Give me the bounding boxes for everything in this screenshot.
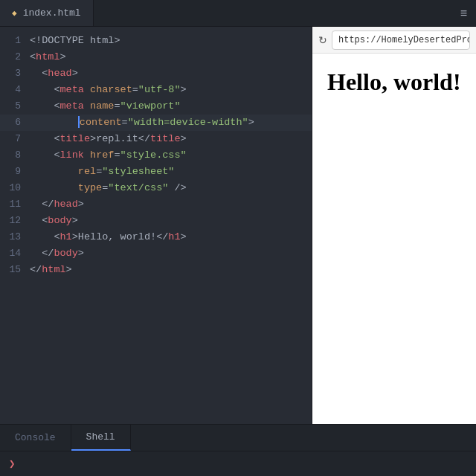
line-number: 8 (0, 147, 30, 164)
line-content: <!DOCTYPE html> (30, 33, 312, 49)
table-row: 15</html> (0, 262, 312, 278)
table-row: 2<html> (0, 49, 312, 65)
preview-content: Hello, world! (312, 54, 476, 424)
line-content: <meta charset="utf-8"> (30, 82, 312, 98)
html-file-icon: ◆ (12, 8, 17, 18)
url-bar[interactable]: https://HomelyDesertedProc (332, 30, 470, 50)
tab-bar: ◆ index.html ≡ (0, 0, 476, 27)
line-content: type="text/css" /> (30, 180, 312, 196)
line-number: 11 (0, 196, 30, 213)
code-area: 1<!DOCTYPE html>2<html>3 <head>4 <meta c… (0, 27, 312, 424)
table-row: 14 </body> (0, 245, 312, 262)
table-row: 4 <meta charset="utf-8"> (0, 82, 312, 98)
table-row: 6 content="width=device-width"> (0, 115, 312, 131)
line-number: 9 (0, 164, 30, 180)
line-number: 6 (0, 115, 30, 131)
line-number: 7 (0, 131, 30, 147)
line-content: <link href="style.css" (30, 147, 312, 164)
url-text: https://HomelyDesertedProc (338, 35, 470, 45)
table-row: 13 <h1>Hello, world!</h1> (0, 229, 312, 245)
line-content: <html> (30, 49, 312, 65)
tab-console[interactable]: Console (0, 425, 71, 451)
line-content: <h1>Hello, world!</h1> (30, 229, 312, 245)
line-content: </head> (30, 196, 312, 213)
line-content: <meta name="viewport" (30, 98, 312, 115)
preview-panel: ↻ https://HomelyDesertedProc Hello, worl… (312, 27, 476, 424)
bottom-content: ❯ (0, 451, 476, 476)
line-content: content="width=device-width"> (30, 115, 312, 131)
preview-heading: Hello, world! (327, 68, 461, 96)
menu-button[interactable]: ≡ (451, 0, 476, 26)
table-row: 5 <meta name="viewport" (0, 98, 312, 115)
main-area: 1<!DOCTYPE html>2<html>3 <head>4 <meta c… (0, 27, 476, 424)
line-number: 14 (0, 245, 30, 262)
line-content: </body> (30, 245, 312, 262)
table-row: 10 type="text/css" /> (0, 180, 312, 196)
table-row: 1<!DOCTYPE html> (0, 33, 312, 49)
line-content: </html> (30, 262, 312, 278)
line-number: 12 (0, 213, 30, 229)
line-number: 2 (0, 49, 30, 65)
browser-bar: ↻ https://HomelyDesertedProc (312, 27, 476, 54)
line-content: <body> (30, 213, 312, 229)
tab-shell[interactable]: Shell (71, 425, 131, 451)
line-number: 15 (0, 262, 30, 278)
line-number: 4 (0, 82, 30, 98)
line-number: 13 (0, 229, 30, 245)
tab-filename: index.html (23, 7, 81, 19)
line-content: <head> (30, 65, 312, 82)
line-content: rel="stylesheet" (30, 164, 312, 180)
table-row: 3 <head> (0, 65, 312, 82)
refresh-button[interactable]: ↻ (318, 34, 327, 46)
table-row: 8 <link href="style.css" (0, 147, 312, 164)
line-number: 1 (0, 33, 30, 49)
line-number: 10 (0, 180, 30, 196)
table-row: 12 <body> (0, 213, 312, 229)
table-row: 11 </head> (0, 196, 312, 213)
bottom-panel: Console Shell ❯ (0, 424, 476, 476)
editor-panel: 1<!DOCTYPE html>2<html>3 <head>4 <meta c… (0, 27, 312, 424)
table-row: 9 rel="stylesheet" (0, 164, 312, 180)
line-number: 5 (0, 98, 30, 115)
editor-tab[interactable]: ◆ index.html (0, 0, 94, 26)
prompt-symbol: ❯ (9, 457, 15, 470)
line-number: 3 (0, 65, 30, 82)
table-row: 7 <title>repl.it</title> (0, 131, 312, 147)
line-content: <title>repl.it</title> (30, 131, 312, 147)
bottom-tab-bar: Console Shell (0, 425, 476, 451)
